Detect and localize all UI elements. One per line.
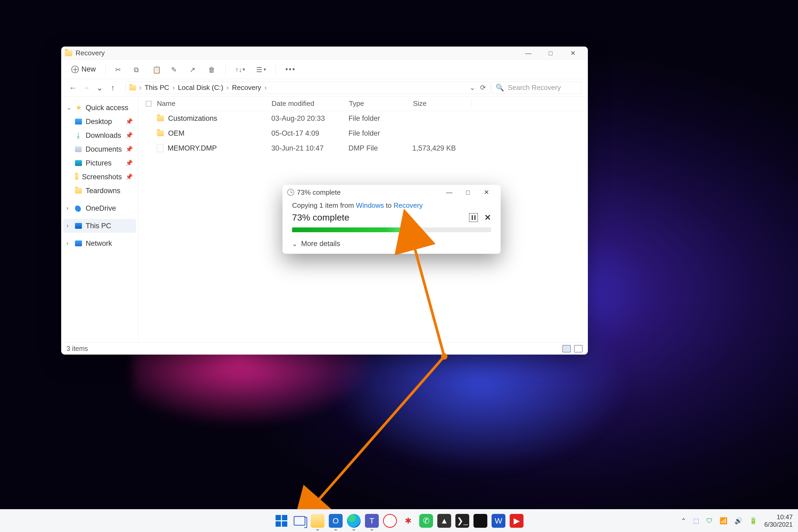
copy-button[interactable]: ⧉: [130, 63, 146, 76]
teams-app[interactable]: T: [365, 514, 379, 528]
virus-app[interactable]: ✱: [401, 514, 415, 528]
taskbar: O T ✱ ✆ ▲ ❯_ W ▶ ⌃ ⬚ 🛡 📶 🔊 🔋 10:47 6/30/…: [0, 509, 798, 532]
up-button[interactable]: ↑: [107, 82, 119, 94]
copy-description: Copying 1 item from Windows to Recovery: [292, 201, 491, 210]
titlebar[interactable]: Recovery — □ ✕: [61, 46, 588, 60]
battery-icon[interactable]: 🔋: [749, 517, 757, 525]
taskview-button[interactable]: [292, 514, 306, 528]
chevron-down-icon: ⌄: [66, 104, 71, 111]
pin-icon: 📌: [126, 146, 133, 153]
delete-button[interactable]: 🗑: [204, 63, 220, 76]
folder-icon: [157, 130, 164, 136]
dialog-minimize-button[interactable]: —: [440, 185, 459, 200]
clock-icon: [287, 189, 294, 196]
sidebar-onedrive[interactable]: › OneDrive: [63, 201, 136, 215]
toolbar: New ✂ ⧉ 📋 ✎ ↗ 🗑 ↑↓▾ ☰▾ •••: [61, 60, 588, 79]
sidebar-quick-access[interactable]: ⌄ ★ Quick access: [63, 101, 136, 115]
plus-icon: [71, 66, 79, 73]
breadcrumb-segment[interactable]: Recovery: [232, 83, 261, 92]
file-explorer-app[interactable]: [311, 514, 324, 528]
copy-icon: ⧉: [134, 66, 141, 73]
view-icon: ☰: [256, 66, 264, 73]
breadcrumb-segment[interactable]: Local Disk (C:): [178, 83, 223, 92]
column-headers[interactable]: Name Date modified Type Size: [138, 97, 588, 111]
file-icon: [157, 144, 163, 152]
copy-progress-dialog: 73% complete — □ ✕ Copying 1 item from W…: [283, 185, 500, 254]
breadcrumb-segment[interactable]: This PC: [145, 83, 169, 92]
sidebar-item-documents[interactable]: Documents📌: [63, 142, 136, 156]
sort-button[interactable]: ↑↓▾: [231, 63, 249, 76]
cut-button[interactable]: ✂: [111, 63, 127, 76]
clipboard-icon: 📋: [152, 66, 160, 73]
file-row[interactable]: MEMORY.DMP30-Jun-21 10:47DMP File1,573,4…: [138, 141, 588, 156]
recent-button[interactable]: ⌄: [94, 82, 105, 94]
chevron-up-icon[interactable]: ⌃: [681, 517, 686, 525]
refresh-button[interactable]: ⟳: [480, 83, 486, 92]
search-input[interactable]: 🔍 Search Recovery: [492, 82, 582, 94]
file-row[interactable]: Customizations03-Aug-20 20:33File folder: [138, 111, 588, 126]
trash-icon: 🗑: [208, 66, 216, 73]
wifi-icon[interactable]: 📶: [720, 517, 727, 525]
source-link[interactable]: Windows: [356, 201, 384, 209]
clock[interactable]: 10:47 6/30/2021: [764, 513, 793, 528]
cloud-icon: [75, 205, 82, 212]
edge-app[interactable]: [347, 514, 361, 528]
start-button[interactable]: [274, 514, 288, 528]
network-icon: [75, 241, 82, 246]
pin-icon: 📌: [126, 118, 133, 125]
dialog-close-button[interactable]: ✕: [477, 185, 496, 200]
brave-app[interactable]: ▲: [437, 514, 451, 528]
pic-icon: [75, 160, 82, 166]
progress-text: 73% complete: [292, 212, 349, 223]
close-button[interactable]: ✕: [562, 46, 584, 60]
sidebar-this-pc[interactable]: › This PC: [63, 219, 136, 233]
paste-button[interactable]: 📋: [148, 63, 164, 76]
youtube-app[interactable]: ▶: [510, 514, 524, 528]
file-row[interactable]: OEM05-Oct-17 4:09File folder: [138, 126, 588, 141]
destination-link[interactable]: Recovery: [394, 201, 423, 209]
chevron-down-icon: ⌄: [292, 240, 298, 248]
defender-tray-icon[interactable]: 🛡: [706, 517, 712, 525]
dialog-titlebar[interactable]: 73% complete — □ ✕: [283, 185, 500, 200]
outlook-app[interactable]: O: [329, 514, 343, 528]
view-button[interactable]: ☰▾: [252, 63, 270, 76]
terminal-app[interactable]: ❯_: [455, 514, 469, 528]
minimize-button[interactable]: —: [517, 46, 539, 60]
app-dark[interactable]: [474, 514, 487, 528]
chevron-right-icon: ›: [66, 240, 71, 247]
more-button[interactable]: •••: [281, 63, 300, 76]
maximize-button[interactable]: □: [539, 46, 562, 60]
teams-tray-icon[interactable]: ⬚: [693, 517, 699, 525]
pause-button[interactable]: [469, 213, 478, 222]
sidebar-network[interactable]: › Network: [63, 236, 136, 250]
sidebar-item-pictures[interactable]: Pictures📌: [63, 156, 136, 170]
sidebar-item-screenshots[interactable]: Screenshots📌: [63, 170, 136, 184]
breadcrumb[interactable]: ›This PC›Local Disk (C:)›Recovery›⌄⟳: [126, 82, 490, 94]
word-app[interactable]: W: [492, 514, 506, 528]
select-all-checkbox[interactable]: [146, 101, 152, 107]
folder-icon: [75, 174, 78, 180]
desk-icon: [75, 119, 82, 125]
more-icon: •••: [285, 65, 296, 73]
dialog-maximize-button[interactable]: □: [459, 185, 477, 200]
more-details-toggle[interactable]: ⌄ More details: [292, 240, 491, 248]
sound-icon[interactable]: 🔊: [735, 517, 742, 525]
forward-button[interactable]: →: [80, 82, 92, 94]
sidebar-item-desktop[interactable]: Desktop📌: [63, 115, 136, 129]
share-button[interactable]: ↗: [185, 63, 201, 76]
sidebar-item-teardowns[interactable]: Teardowns: [63, 184, 136, 198]
sidebar-item-downloads[interactable]: ⭳Downloads📌: [63, 129, 136, 142]
whatsapp-app[interactable]: ✆: [419, 514, 433, 528]
thumbnails-view-button[interactable]: [574, 345, 583, 353]
progress-bar: [292, 227, 491, 232]
rename-button[interactable]: ✎: [167, 63, 183, 76]
cancel-button[interactable]: ✕: [484, 213, 491, 222]
back-button[interactable]: ←: [67, 82, 79, 94]
details-view-button[interactable]: [562, 345, 571, 353]
search-icon: 🔍: [496, 83, 504, 92]
new-button[interactable]: New: [67, 63, 100, 76]
breadcrumb-dropdown[interactable]: ⌄: [470, 83, 475, 92]
system-tray[interactable]: ⌃ ⬚ 🛡 📶 🔊 🔋 10:47 6/30/2021: [681, 513, 793, 528]
folder-icon: [157, 115, 164, 121]
opera-app[interactable]: [383, 514, 397, 528]
